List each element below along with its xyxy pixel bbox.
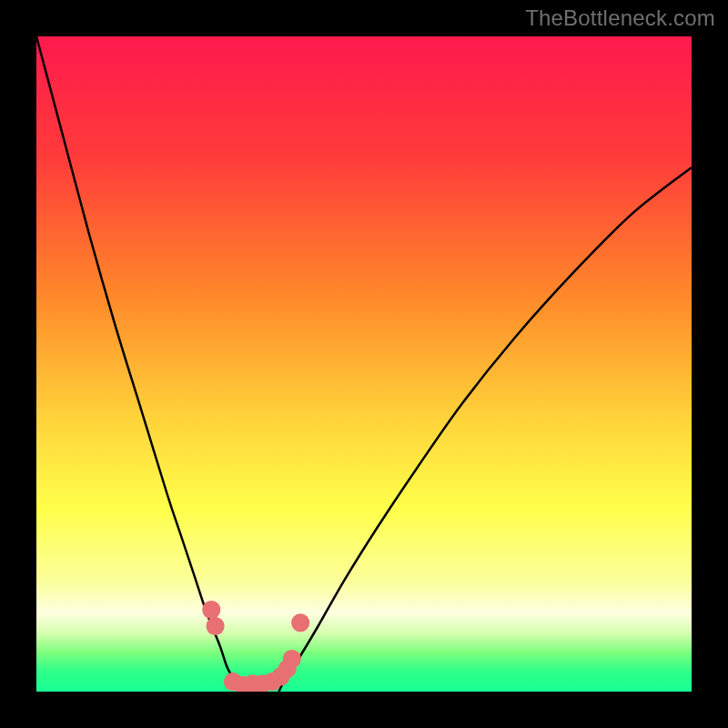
attribution-watermark: TheBottleneck.com [525, 5, 715, 31]
plot-area [36, 36, 692, 692]
chart-svg [36, 36, 692, 692]
data-marker [202, 601, 220, 619]
data-marker [283, 650, 301, 668]
data-marker [206, 617, 224, 635]
chart-frame: TheBottleneck.com [0, 0, 728, 728]
data-marker [291, 613, 309, 632]
gradient-background [36, 36, 692, 692]
